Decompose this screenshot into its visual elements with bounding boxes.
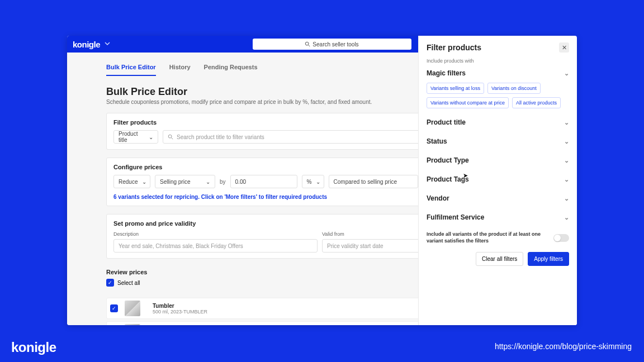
target-select[interactable]: Selling price ⌄ bbox=[155, 175, 215, 188]
chevron-down-icon: ⌄ bbox=[564, 176, 569, 183]
chevron-down-icon: ⌄ bbox=[564, 157, 569, 164]
tab-history[interactable]: History bbox=[169, 64, 191, 76]
valid-from-placeholder: Price validity start date bbox=[327, 243, 383, 249]
select-all-checkbox[interactable]: ✓ bbox=[106, 279, 114, 287]
chip-variants-loss[interactable]: Variants selling at loss bbox=[427, 83, 484, 94]
desc-placeholder: Year end sale, Christmas sale, Black Fri… bbox=[119, 243, 243, 249]
clear-filters-button[interactable]: Clear all filters bbox=[476, 252, 523, 266]
compared-select[interactable]: Compared to selling price bbox=[329, 175, 418, 188]
brand-logo: konigle bbox=[73, 40, 100, 49]
description-input[interactable]: Year end sale, Christmas sale, Black Fri… bbox=[113, 239, 318, 253]
svg-point-0 bbox=[306, 42, 309, 45]
product-sku: 500 ml, 2023-TUMBLER bbox=[153, 309, 416, 315]
select-all-label: Select all bbox=[117, 280, 140, 286]
chevron-down-icon: ⌄ bbox=[564, 70, 569, 77]
row-checkbox[interactable]: ✓ bbox=[110, 304, 118, 312]
accordion-product-type[interactable]: Product Type ⌄ bbox=[427, 151, 569, 170]
accordion-magic-filters[interactable]: Magic filters ⌄ bbox=[427, 64, 569, 83]
accordion-product-title[interactable]: Product title ⌄ bbox=[427, 113, 569, 132]
chip-variants-discount[interactable]: Variants on discount bbox=[487, 83, 541, 94]
chevron-down-icon: ⌄ bbox=[142, 179, 146, 185]
filter-panel: Filter products ✕ Include products with … bbox=[418, 36, 577, 325]
svg-line-1 bbox=[309, 45, 310, 47]
amount-input[interactable]: 0.00 bbox=[230, 175, 297, 188]
apply-filters-button[interactable]: Apply filters bbox=[528, 252, 569, 266]
target-value: Selling price bbox=[160, 179, 190, 185]
action-select[interactable]: Reduce ⌄ bbox=[113, 175, 150, 188]
accordion-vendor[interactable]: Vendor ⌄ bbox=[427, 189, 569, 208]
amount-value: 0.00 bbox=[235, 179, 246, 185]
accordion-label: Status bbox=[427, 137, 447, 145]
search-icon bbox=[168, 134, 173, 140]
tab-bulk-price-editor[interactable]: Bulk Price Editor bbox=[106, 64, 156, 76]
brand-menu-chevron-icon[interactable] bbox=[105, 40, 110, 48]
include-all-toggle[interactable] bbox=[553, 234, 569, 242]
by-label: by bbox=[220, 179, 226, 185]
valid-from-input[interactable]: Price validity start date bbox=[322, 239, 424, 253]
chevron-down-icon: ⌄ bbox=[564, 195, 569, 202]
svg-line-3 bbox=[172, 138, 173, 140]
product-thumbnail bbox=[125, 324, 140, 325]
include-all-label: Include all variants of the product if a… bbox=[427, 231, 549, 244]
filter-type-value: Product title bbox=[119, 131, 144, 143]
chevron-down-icon: ⌄ bbox=[206, 179, 210, 185]
accordion-label: Product Type bbox=[427, 156, 469, 164]
close-icon: ✕ bbox=[562, 44, 567, 51]
panel-title: Filter products bbox=[427, 43, 481, 52]
chevron-down-icon: ⌄ bbox=[564, 214, 569, 221]
search-icon bbox=[305, 41, 310, 47]
panel-subtitle: Include products with bbox=[427, 58, 569, 64]
action-value: Reduce bbox=[119, 179, 138, 185]
accordion-fulfilment[interactable]: Fulfilment Service ⌄ bbox=[427, 208, 569, 227]
footer-url: https://konigle.com/blog/price-skimming bbox=[495, 342, 632, 351]
filter-type-select[interactable]: Product title ⌄ bbox=[113, 130, 158, 144]
chip-all-active[interactable]: All active products bbox=[512, 97, 561, 108]
search-placeholder: Search seller tools bbox=[312, 41, 358, 47]
footer-brand: konigle bbox=[11, 340, 56, 355]
chip-variants-no-compare[interactable]: Variants without compare at price bbox=[427, 97, 509, 108]
chevron-down-icon: ⌄ bbox=[316, 179, 320, 185]
product-thumbnail bbox=[125, 301, 140, 316]
chevron-down-icon: ⌄ bbox=[564, 119, 569, 126]
accordion-label: Fulfilment Service bbox=[427, 213, 484, 221]
unit-value: % bbox=[307, 179, 312, 185]
accordion-label: Product Tags bbox=[427, 175, 469, 183]
search-input[interactable]: Search seller tools bbox=[253, 39, 411, 50]
valid-from-label: Valid from bbox=[322, 231, 424, 237]
chevron-down-icon: ⌄ bbox=[149, 134, 153, 140]
accordion-label: Product title bbox=[427, 118, 466, 126]
tab-pending-requests[interactable]: Pending Requests bbox=[204, 64, 258, 76]
compared-value: Compared to selling price bbox=[334, 179, 397, 185]
accordion-product-tags[interactable]: Product Tags ⌄ bbox=[427, 170, 569, 189]
accordion-label: Vendor bbox=[427, 194, 449, 202]
chevron-down-icon: ⌄ bbox=[564, 138, 569, 145]
app-window: konigle Search seller tools Bulk Price E… bbox=[67, 36, 577, 325]
svg-point-2 bbox=[168, 135, 172, 138]
close-button[interactable]: ✕ bbox=[559, 42, 569, 53]
desc-label: Description bbox=[113, 231, 318, 237]
filter-search-placeholder: Search product title to filter variants bbox=[177, 134, 264, 140]
accordion-status[interactable]: Status ⌄ bbox=[427, 132, 569, 151]
accordion-label: Magic filters bbox=[427, 69, 466, 77]
unit-select[interactable]: % ⌄ bbox=[302, 175, 324, 188]
product-name: Tumbler bbox=[153, 303, 416, 309]
